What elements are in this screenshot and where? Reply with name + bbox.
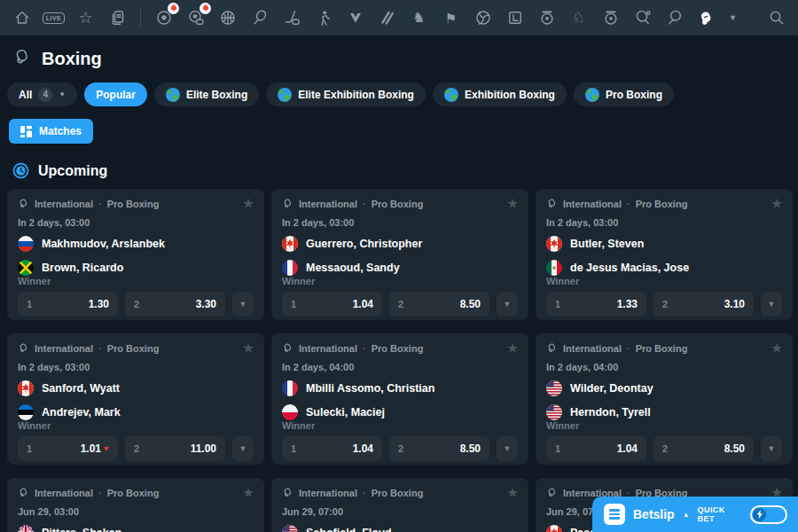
my-bets-icon[interactable]: [108, 9, 127, 27]
match-card[interactable]: International·Pro Boxing★In 2 days, 04:0…: [536, 333, 793, 465]
league-label: International: [35, 488, 93, 498]
odds-button-2[interactable]: 28.50: [389, 292, 489, 317]
league-label: International: [563, 199, 622, 209]
separator-dot: ·: [98, 488, 102, 498]
chess-icon[interactable]: ♞: [410, 9, 428, 27]
separator-dot: ·: [98, 199, 102, 209]
filter-chip-label: Exhibition Boxing: [465, 89, 555, 101]
more-odds-button[interactable]: ▼: [232, 292, 254, 317]
boxing-glove-icon: [18, 198, 29, 209]
betslip-bar[interactable]: Betslip ▲ QUICK BET: [592, 497, 798, 532]
favorite-star-icon[interactable]: ★: [243, 486, 254, 499]
match-card[interactable]: International·Pro Boxing★In 2 days, 03:0…: [7, 333, 264, 465]
filter-chip-exhibition-boxing[interactable]: Exhibition Boxing: [433, 82, 567, 106]
odds-button-1[interactable]: 11.33: [546, 292, 646, 317]
league-of-legends-icon[interactable]: [505, 9, 524, 27]
odds-button-1[interactable]: 11.30: [18, 292, 118, 317]
flag-ca-icon: [282, 236, 298, 252]
separator-dot: ·: [363, 199, 366, 209]
tennis-icon[interactable]: [250, 9, 269, 27]
more-odds-button[interactable]: ▼: [761, 292, 782, 317]
odds-value: 1.33: [617, 298, 638, 310]
esoccer-icon[interactable]: [186, 9, 205, 27]
soccer-icon[interactable]: [154, 9, 173, 27]
favorite-star-icon[interactable]: ★: [507, 197, 518, 210]
filter-chip-elite-boxing[interactable]: Elite Boxing: [154, 82, 259, 106]
odds-value: 8.50: [724, 442, 745, 455]
flag-us-icon: [282, 525, 298, 532]
valorant-icon[interactable]: [346, 9, 364, 27]
odds-value: 1.30: [89, 298, 109, 310]
odds-label: 2: [398, 443, 403, 454]
search-icon[interactable]: [767, 9, 786, 27]
racing-icon[interactable]: ⚑: [442, 9, 460, 27]
odds-button-2[interactable]: 211.00: [125, 436, 225, 461]
odds-button-1[interactable]: 11.01: [18, 436, 118, 461]
favorite-star-icon[interactable]: ★: [771, 197, 782, 210]
ehockey-icon[interactable]: [282, 9, 301, 27]
volleyball-icon[interactable]: [473, 9, 492, 27]
favorite-star-icon[interactable]: ★: [507, 486, 518, 499]
home-icon[interactable]: [12, 9, 31, 27]
clock-icon: [12, 162, 29, 179]
boxing-glove-icon: [282, 198, 293, 209]
more-odds-button[interactable]: ▼: [497, 436, 518, 461]
separator-dot: ·: [627, 199, 630, 209]
favorite-star-icon[interactable]: ★: [243, 197, 254, 210]
penalty-football-icon[interactable]: [601, 9, 620, 27]
volta-football-icon[interactable]: [537, 9, 556, 27]
match-card[interactable]: International·Pro Boxing★Jun 29, 03:00Pi…: [7, 478, 264, 532]
odds-button-1[interactable]: 11.04: [282, 436, 382, 461]
odds-label: 1: [291, 299, 296, 309]
efootball-icon[interactable]: [665, 9, 684, 27]
filter-chip-pro-boxing[interactable]: Pro Boxing: [574, 82, 674, 106]
ederby-icon[interactable]: ♘: [569, 9, 588, 27]
odds-button-2[interactable]: 28.50: [653, 436, 754, 461]
card-header: International·Pro Boxing★: [18, 486, 254, 499]
filter-chip-elite-exhibition-boxing[interactable]: Elite Exhibition Boxing: [266, 82, 426, 106]
odds-button-2[interactable]: 23.10: [653, 292, 754, 317]
matches-button[interactable]: Matches: [9, 119, 93, 144]
odds-button-1[interactable]: 11.04: [282, 292, 382, 317]
rainbow-six-icon[interactable]: [378, 9, 396, 27]
match-card[interactable]: International·Pro Boxing★Jun 29, 07:00Sc…: [271, 478, 528, 532]
favorite-star-icon[interactable]: ★: [243, 341, 254, 355]
boxing-icon[interactable]: [697, 9, 716, 27]
odds-label: 2: [662, 299, 668, 309]
odds-button-2[interactable]: 23.30: [125, 292, 225, 317]
match-card[interactable]: International·Pro Boxing★In 2 days, 04:0…: [271, 333, 528, 465]
market-label: Winner: [282, 420, 518, 431]
filter-chip-popular[interactable]: Popular: [84, 82, 147, 106]
globe-icon: [166, 88, 180, 102]
odds-button-2[interactable]: 28.50: [389, 436, 489, 461]
odds-button-1[interactable]: 11.04: [546, 436, 646, 461]
table-tennis-icon[interactable]: [633, 9, 652, 27]
more-odds-button[interactable]: ▼: [497, 292, 518, 317]
fighter-name: de Jesus Macias, Jose: [570, 262, 689, 274]
category-label: Pro Boxing: [107, 343, 160, 354]
basketball-icon[interactable]: [218, 9, 237, 27]
fighter-name: Makhmudov, Arslanbek: [42, 238, 165, 250]
counter-strike-icon[interactable]: [314, 9, 332, 27]
globe-icon: [278, 88, 292, 102]
match-card[interactable]: International·Pro Boxing★In 2 days, 03:0…: [7, 189, 264, 320]
category-label: Pro Boxing: [372, 343, 424, 354]
match-card[interactable]: International·Pro Boxing★In 2 days, 03:0…: [271, 189, 528, 320]
favorite-star-icon[interactable]: ★: [507, 341, 518, 355]
odds-label: 1: [555, 443, 560, 454]
favorites-icon[interactable]: ☆: [76, 9, 95, 27]
category-label: Pro Boxing: [636, 199, 688, 209]
filter-chip-label: Pro Boxing: [606, 89, 662, 101]
odds-value: 3.30: [196, 298, 216, 310]
flag-us-icon: [546, 380, 562, 396]
all-filter-dropdown[interactable]: All 4 ▼: [7, 82, 77, 106]
favorite-star-icon[interactable]: ★: [771, 341, 782, 355]
live-icon[interactable]: LIVE: [44, 9, 63, 27]
more-sports-caret-icon[interactable]: ▼: [729, 13, 737, 22]
match-card[interactable]: International·Pro Boxing★In 2 days, 03:0…: [536, 189, 793, 320]
odds-label: 1: [291, 443, 296, 454]
category-label: Pro Boxing: [372, 199, 424, 209]
quick-bet-toggle[interactable]: [750, 505, 787, 524]
more-odds-button[interactable]: ▼: [232, 436, 254, 461]
more-odds-button[interactable]: ▼: [761, 436, 782, 461]
